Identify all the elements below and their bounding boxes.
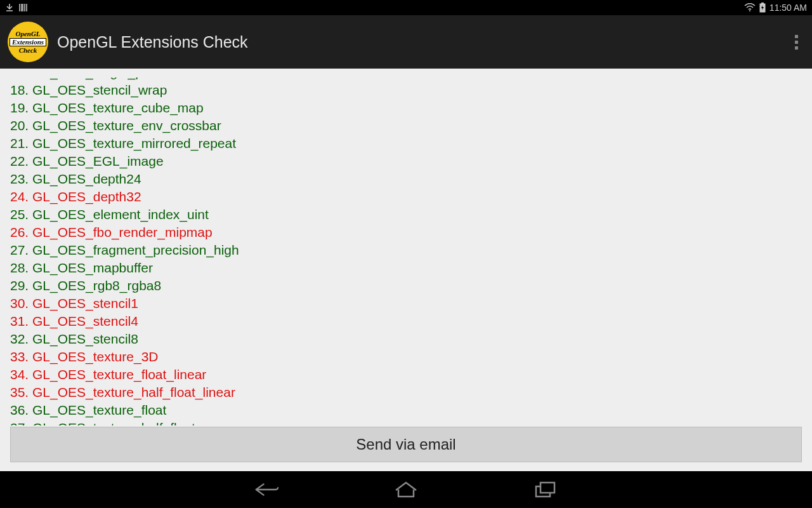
- extension-row: 21. GL_OES_texture_mirrored_repeat: [10, 135, 802, 152]
- overflow-menu-button[interactable]: [789, 27, 804, 57]
- wifi-icon: [744, 3, 756, 12]
- extension-row: 33. GL_OES_texture_3D: [10, 348, 802, 366]
- extension-row: 37. GL_OES_texture_half_float: [10, 419, 802, 425]
- status-bar: 11:50 AM: [0, 0, 812, 15]
- action-bar: OpenGL Extensions Check OpenGL Extension…: [0, 15, 812, 69]
- extension-row: 32. GL_OES_stencil8: [10, 330, 802, 348]
- extension-row: 18. GL_OES_stencil_wrap: [10, 81, 802, 99]
- recent-apps-button[interactable]: [533, 480, 558, 499]
- extension-row: 26. GL_OES_fbo_render_mipmap: [10, 224, 802, 241]
- extension-row: 31. GL_OES_stencil4: [10, 312, 802, 330]
- extension-row: 34. GL_OES_texture_float_linear: [10, 366, 802, 384]
- extension-row: 35. GL_OES_texture_half_float_linear: [10, 384, 802, 401]
- svg-rect-4: [540, 483, 554, 493]
- extension-row: 25. GL_OES_element_index_uint: [10, 206, 802, 224]
- send-email-button[interactable]: Send via email: [10, 427, 802, 462]
- extension-row: 29. GL_OES_rgb8_rgba8: [10, 277, 802, 295]
- extension-row: 36. GL_OES_texture_float: [10, 401, 802, 419]
- extension-row: 27. GL_OES_fragment_precision_high: [10, 241, 802, 259]
- home-button[interactable]: [393, 480, 419, 499]
- extension-row: 22. GL_OES_EGL_image: [10, 152, 802, 170]
- extension-row: 20. GL_OES_texture_env_crossbar: [10, 117, 802, 135]
- back-button[interactable]: [254, 480, 279, 499]
- content-area: 17. GL_OES_single_precision18. GL_OES_st…: [0, 69, 812, 471]
- extension-row: 28. GL_OES_mapbuffer: [10, 259, 802, 277]
- download-icon: [5, 3, 14, 12]
- extension-row: 19. GL_OES_texture_cube_map: [10, 99, 802, 117]
- extensions-list[interactable]: 17. GL_OES_single_precision18. GL_OES_st…: [10, 77, 802, 425]
- barcode-icon: [19, 3, 28, 12]
- battery-icon: [759, 3, 766, 13]
- extension-row: 24. GL_OES_depth32: [10, 188, 802, 206]
- app-icon: OpenGL Extensions Check: [8, 22, 48, 62]
- status-time: 11:50 AM: [769, 3, 807, 13]
- extension-row: 23. GL_OES_depth24: [10, 170, 802, 188]
- app-title: OpenGL Extensions Check: [57, 33, 248, 51]
- svg-rect-2: [761, 3, 764, 4]
- extension-row: 30. GL_OES_stencil1: [10, 295, 802, 312]
- navigation-bar: [0, 471, 812, 508]
- svg-point-0: [749, 10, 750, 11]
